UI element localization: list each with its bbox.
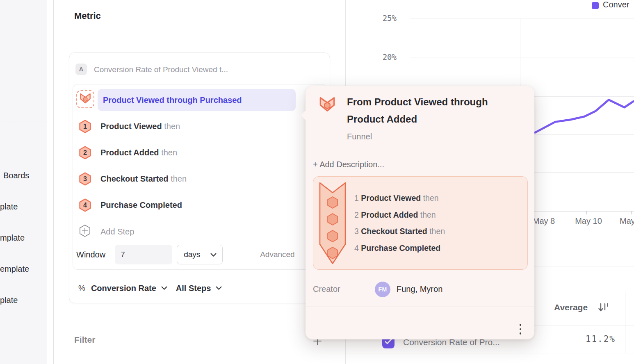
popover-step-3-number: 3 — [354, 227, 359, 236]
funnel-step-4[interactable]: 4 Purchase Completed — [79, 198, 182, 212]
chevron-down-icon[interactable] — [216, 286, 222, 290]
popover-step-2-suffix: then — [420, 210, 436, 219]
step-3-suffix: then — [171, 174, 187, 183]
chevron-down-icon[interactable] — [161, 286, 167, 290]
popover-type-label: Funnel — [347, 132, 372, 141]
popover-step-2: 2 Product Added then — [354, 209, 436, 220]
step-4-badge-icon: 4 — [79, 198, 91, 212]
selected-funnel-event[interactable]: Product Viewed through Purchased — [98, 89, 296, 111]
table-row-border — [346, 353, 634, 353]
creator-name: Fung, Myron — [397, 284, 442, 294]
step-4-label: Purchase Completed — [100, 200, 182, 210]
window-unit-value: days — [184, 250, 200, 259]
step-1-label: Product Viewed then — [100, 122, 180, 131]
window-unit-select[interactable]: days — [177, 245, 223, 264]
funnel-preview-box: 1 Product Viewed then 2 Product Added th… — [313, 176, 528, 270]
funnel-drag-target — [76, 90, 94, 108]
add-step-button[interactable]: Add Step — [79, 225, 134, 238]
metric-heading: Metric — [74, 11, 101, 21]
more-options-kebab-icon[interactable] — [515, 321, 525, 337]
app-window: Boards plate mplate emplate plate Metric… — [0, 0, 634, 364]
step-2-name: Product Added — [100, 148, 159, 157]
funnel-step-1[interactable]: 1 Product Viewed then — [79, 119, 180, 133]
popover-step-3-name: Checkout Started — [361, 227, 427, 236]
metric-config-panel: Metric A Conversion Rate of Product View… — [54, 0, 346, 364]
step-2-number: 2 — [79, 146, 91, 159]
popover-step-3: 3 Checkout Started then — [354, 226, 445, 237]
add-step-hexagon-plus-icon — [79, 224, 91, 239]
table-row-average-value: 11.2% — [551, 334, 616, 344]
step-4-name: Purchase Completed — [100, 200, 182, 209]
step-3-number: 3 — [79, 172, 91, 186]
step-1-suffix: then — [164, 122, 180, 131]
popover-step-3-suffix: then — [429, 227, 445, 236]
popover-step-1-number: 1 — [354, 193, 359, 202]
sidebar-item-template-2[interactable]: mplate — [0, 232, 25, 244]
average-column-header[interactable]: Average — [554, 303, 588, 312]
filter-section-label: Filter — [74, 335, 95, 345]
popover-step-4-name: Purchase Completed — [361, 243, 440, 253]
sidebar-divider — [0, 121, 47, 121]
popover-step-4-number: 4 — [354, 243, 359, 253]
step-1-number: 1 — [79, 120, 91, 133]
add-step-label: Add Step — [100, 227, 134, 237]
conversion-window-row: Window 7 days Advanced — [76, 245, 295, 264]
add-description-button[interactable]: + Add Description... — [313, 160, 384, 169]
plus-icon — [312, 340, 322, 347]
sort-descending-icon[interactable] — [598, 302, 609, 316]
step-1-badge-icon: 1 — [79, 120, 91, 133]
sidebar: Boards plate mplate emplate plate — [0, 0, 54, 364]
window-label: Window — [76, 250, 105, 259]
funnel-step-2[interactable]: 2 Product Added then — [79, 146, 177, 159]
sidebar-item-template-3[interactable]: emplate — [0, 263, 29, 275]
funnel-icon — [80, 93, 91, 105]
popover-step-4: 4 Purchase Completed — [354, 243, 440, 253]
checkmark-icon — [385, 339, 392, 346]
popover-step-2-name: Product Added — [361, 210, 418, 219]
window-value-input[interactable]: 7 — [115, 245, 172, 264]
series-a-badge[interactable]: A — [75, 64, 87, 75]
series-title[interactable]: Conversion Rate of Product Viewed t... — [94, 65, 228, 74]
step-4-number: 4 — [79, 198, 91, 212]
chevron-down-icon — [210, 250, 217, 259]
measure-row: % Conversion Rate All Steps — [78, 282, 222, 294]
creator-avatar: FM — [375, 282, 390, 297]
steps-scope-dropdown[interactable]: All Steps — [176, 284, 211, 293]
table-column-divider — [625, 291, 625, 353]
funnel-icon — [319, 97, 335, 114]
metric-card: A Conversion Rate of Product Viewed t...… — [69, 52, 330, 303]
funnel-banner-icon — [319, 182, 346, 266]
sidebar-item-template-4[interactable]: plate — [0, 294, 18, 306]
popover-title: From Product Viewed through Product Adde… — [347, 93, 515, 128]
popover-step-1: 1 Product Viewed then — [354, 193, 439, 203]
sidebar-item-boards[interactable]: Boards — [3, 169, 29, 182]
advanced-link[interactable]: Advanced — [260, 250, 295, 259]
step-2-badge-icon: 2 — [79, 146, 91, 159]
funnel-builder-card: Product Viewed through Purchased 1 Produ… — [73, 84, 327, 270]
step-2-suffix: then — [161, 148, 177, 157]
step-3-label: Checkout Started then — [100, 174, 187, 184]
percent-symbol: % — [78, 284, 85, 293]
step-3-badge-icon: 3 — [79, 172, 91, 186]
popover-step-2-number: 2 — [354, 210, 359, 219]
step-3-name: Checkout Started — [100, 174, 169, 183]
popover-step-1-name: Product Viewed — [361, 193, 421, 202]
step-1-name: Product Viewed — [100, 122, 162, 131]
sidebar-item-template-1[interactable]: plate — [0, 200, 18, 213]
popover-step-1-suffix: then — [423, 193, 439, 202]
funnel-step-3[interactable]: 3 Checkout Started then — [79, 172, 187, 186]
step-2-label: Product Added then — [100, 148, 177, 157]
funnel-details-popover: From Product Viewed through Product Adde… — [306, 86, 534, 339]
popover-footer-divider — [306, 307, 534, 307]
sidebar-background — [0, 0, 47, 364]
conversion-line — [535, 100, 634, 132]
measure-type-dropdown[interactable]: Conversion Rate — [91, 284, 156, 293]
creator-label: Creator — [313, 284, 340, 294]
